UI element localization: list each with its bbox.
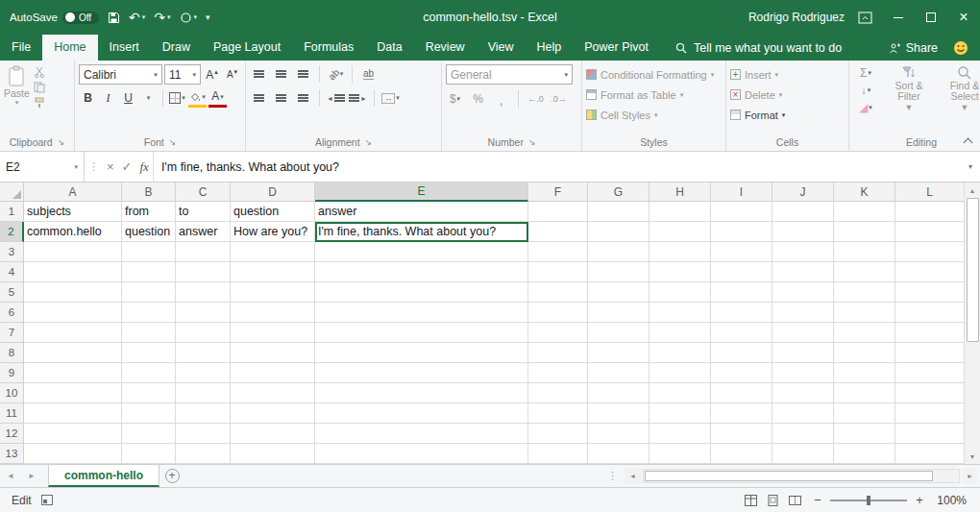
- feedback-smiley-icon[interactable]: [953, 40, 968, 56]
- cell-I2[interactable]: [711, 222, 772, 242]
- format-cells-button[interactable]: Format ▾: [730, 105, 845, 125]
- cell-I1[interactable]: [711, 202, 772, 222]
- cell-G9[interactable]: [588, 363, 649, 383]
- cut-icon[interactable]: [34, 66, 45, 78]
- cell-A7[interactable]: [24, 323, 122, 343]
- cell-B6[interactable]: [122, 303, 176, 323]
- formula-bar-expand-button[interactable]: ▾: [961, 152, 980, 182]
- cell-H9[interactable]: [649, 363, 711, 383]
- cell-J12[interactable]: [772, 424, 834, 444]
- row-header-11[interactable]: 11: [0, 403, 24, 424]
- cell-H7[interactable]: [649, 323, 711, 343]
- cell-G7[interactable]: [588, 323, 649, 343]
- align-middle-button[interactable]: [272, 64, 290, 84]
- cell-D2[interactable]: How are you?: [231, 222, 315, 242]
- cell-K1[interactable]: [834, 202, 895, 222]
- cell-D8[interactable]: [231, 343, 315, 363]
- autosave-toggle[interactable]: AutoSave Off: [10, 12, 99, 24]
- cell-D5[interactable]: [231, 282, 315, 303]
- cell-E2[interactable]: I'm fine, thanks. What about you?: [315, 222, 528, 242]
- cell-B9[interactable]: [122, 363, 176, 383]
- fill-button[interactable]: ↓▾: [853, 82, 878, 98]
- find-select-button[interactable]: Find & Select ▾: [940, 64, 980, 112]
- cell-I12[interactable]: [711, 424, 772, 444]
- cell-C6[interactable]: [176, 303, 231, 323]
- previous-sheet-button[interactable]: ◄: [0, 465, 21, 487]
- cell-F9[interactable]: [528, 363, 588, 383]
- cell-D1[interactable]: question: [231, 202, 315, 222]
- font-color-button[interactable]: A▾: [208, 88, 227, 108]
- column-header-H[interactable]: H: [649, 183, 711, 202]
- cell-D4[interactable]: [231, 262, 315, 282]
- column-header-J[interactable]: J: [772, 183, 834, 202]
- cell-C5[interactable]: [176, 282, 231, 303]
- cell-F8[interactable]: [528, 343, 588, 363]
- cell-A1[interactable]: subjects: [24, 202, 122, 222]
- merge-center-button[interactable]: ↔▾: [381, 88, 400, 108]
- cell-H5[interactable]: [649, 282, 711, 303]
- tab-file[interactable]: File: [0, 35, 42, 61]
- cell-I8[interactable]: [711, 343, 772, 363]
- touch-mouse-mode-button[interactable]: ▾: [180, 11, 198, 24]
- tab-insert[interactable]: Insert: [98, 35, 151, 61]
- orientation-button[interactable]: ab▾: [327, 64, 345, 84]
- cell-H2[interactable]: [649, 222, 711, 242]
- cell-J8[interactable]: [772, 343, 834, 363]
- cell-L9[interactable]: [895, 363, 964, 383]
- cell-L7[interactable]: [895, 323, 964, 343]
- new-sheet-button[interactable]: +: [159, 465, 184, 487]
- name-box[interactable]: E2 ▾: [0, 152, 85, 182]
- select-all-button[interactable]: [0, 183, 24, 202]
- cell-A4[interactable]: [24, 262, 122, 282]
- cell-A12[interactable]: [24, 424, 122, 444]
- cell-F3[interactable]: [528, 242, 588, 262]
- zoom-percentage[interactable]: 100%: [932, 494, 967, 507]
- bold-button[interactable]: B: [79, 88, 97, 108]
- cell-K7[interactable]: [834, 323, 895, 343]
- macro-record-icon[interactable]: [41, 495, 53, 505]
- scroll-right-button[interactable]: ►: [962, 468, 978, 484]
- cell-K8[interactable]: [834, 343, 895, 363]
- sheet-tab-common-hello[interactable]: common-hello: [48, 465, 159, 487]
- cell-C1[interactable]: to: [176, 202, 231, 222]
- row-header-8[interactable]: 8: [0, 343, 24, 363]
- increase-indent-button[interactable]: ►: [349, 88, 367, 108]
- insert-function-button[interactable]: fx: [140, 159, 149, 175]
- cell-J9[interactable]: [772, 363, 834, 383]
- normal-view-icon[interactable]: [745, 495, 757, 506]
- cell-D3[interactable]: [231, 242, 315, 262]
- alignment-dialog-launcher[interactable]: ↘: [365, 138, 373, 147]
- cell-L12[interactable]: [895, 424, 964, 444]
- cell-J3[interactable]: [772, 242, 834, 262]
- cell-L8[interactable]: [895, 343, 964, 363]
- share-button[interactable]: Share: [889, 41, 938, 55]
- cell-K9[interactable]: [834, 363, 895, 383]
- conditional-formatting-button[interactable]: Conditional Formatting ▾: [586, 64, 722, 85]
- cell-E1[interactable]: answer: [315, 202, 528, 222]
- minimize-button[interactable]: [882, 0, 915, 35]
- underline-button[interactable]: U: [119, 88, 137, 108]
- align-top-button[interactable]: [250, 64, 268, 84]
- next-sheet-button[interactable]: ►: [21, 465, 42, 487]
- scroll-up-button[interactable]: ▲: [965, 183, 980, 198]
- undo-button[interactable]: ↶▾: [129, 11, 145, 24]
- copy-icon[interactable]: [34, 82, 45, 93]
- decrease-decimal-button[interactable]: .0→: [550, 89, 568, 109]
- cell-E7[interactable]: [315, 323, 528, 343]
- tell-me-search[interactable]: Tell me what you want to do: [675, 35, 842, 61]
- cell-K3[interactable]: [834, 242, 895, 262]
- italic-button[interactable]: I: [99, 88, 117, 108]
- cell-G12[interactable]: [588, 424, 649, 444]
- increase-font-size-button[interactable]: A▴: [203, 65, 221, 85]
- cell-L10[interactable]: [895, 383, 964, 403]
- cell-H3[interactable]: [649, 242, 711, 262]
- cell-L4[interactable]: [895, 262, 964, 282]
- row-header-9[interactable]: 9: [0, 363, 24, 383]
- cell-B13[interactable]: [122, 444, 176, 464]
- decrease-indent-button[interactable]: ◄: [327, 88, 345, 108]
- ribbon-display-options-button[interactable]: [858, 12, 872, 24]
- cell-H4[interactable]: [649, 262, 711, 282]
- cell-H8[interactable]: [649, 343, 711, 363]
- cell-G4[interactable]: [588, 262, 649, 282]
- collapse-ribbon-button[interactable]: [964, 136, 972, 145]
